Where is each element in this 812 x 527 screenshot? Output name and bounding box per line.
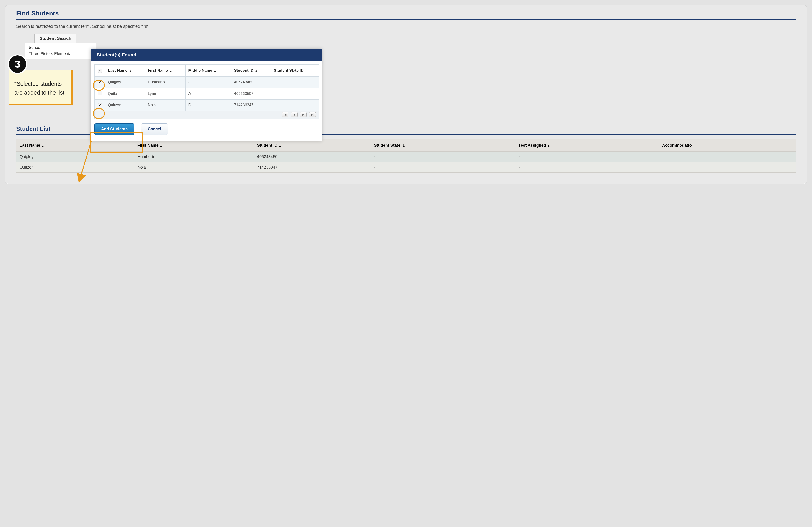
cell-middle-name: A xyxy=(186,88,231,100)
cell-accommodation xyxy=(659,162,796,172)
cell-test-assigned: - xyxy=(515,152,659,162)
page-title: Find Students xyxy=(16,5,796,20)
select-all-checkbox[interactable] xyxy=(98,69,102,73)
sort-asc-icon: ▲ xyxy=(160,144,162,147)
cell-first-name: Nola xyxy=(134,162,253,172)
cancel-button[interactable]: Cancel xyxy=(141,123,168,135)
cell-first-name: Humberto xyxy=(134,152,253,162)
col-first-name[interactable]: First Name ▲ xyxy=(134,139,253,152)
sort-asc-icon: ▲ xyxy=(41,144,44,147)
student-list-table: Last Name ▲ First Name ▲ Student ID ▲ St… xyxy=(16,139,796,172)
col-student-state-id[interactable]: Student State ID xyxy=(271,64,319,77)
cell-last-name: Quitzon xyxy=(16,162,134,172)
cell-student-state-id: - xyxy=(371,162,515,172)
cell-student-state-id xyxy=(271,100,319,111)
list-row[interactable]: Quigley Humberto 406243480 - - xyxy=(16,152,796,162)
col-test-assigned[interactable]: Test Assigned ▲ xyxy=(515,139,659,152)
row-checkbox[interactable] xyxy=(98,91,102,95)
list-header-row: Last Name ▲ First Name ▲ Student ID ▲ St… xyxy=(16,139,796,152)
step-badge: 3 xyxy=(8,54,27,74)
school-select-box: School Three Sisters Elementar xyxy=(25,43,96,59)
cell-student-id: 406243480 xyxy=(231,77,271,88)
modal-title: Student(s) Found xyxy=(91,49,322,61)
cell-last-name: Quigley xyxy=(105,77,145,88)
cell-student-id: 714236347 xyxy=(253,162,371,172)
tab-student-search[interactable]: Student Search xyxy=(34,34,76,43)
sort-asc-icon: ▲ xyxy=(279,144,281,147)
grid-row[interactable]: Quitzon Nola D 714236347 xyxy=(95,100,319,111)
sort-asc-icon: ▲ xyxy=(214,69,217,72)
school-label: School xyxy=(29,45,92,50)
cell-accommodation xyxy=(659,152,796,162)
cell-first-name: Lynn xyxy=(145,88,186,100)
pager-prev-icon[interactable]: ◀ xyxy=(291,112,298,117)
sort-asc-icon: ▲ xyxy=(547,144,550,147)
sort-asc-icon: ▲ xyxy=(129,69,132,72)
cell-student-state-id: - xyxy=(371,152,515,162)
col-student-id[interactable]: Student ID ▲ xyxy=(253,139,371,152)
row-checkbox[interactable] xyxy=(98,80,102,85)
grid-row[interactable]: Quile Lynn A 409330507 xyxy=(95,88,319,100)
search-subtext: Search is restricted to the current term… xyxy=(16,24,796,29)
sort-asc-icon: ▲ xyxy=(255,69,258,72)
pager: |◀ ◀ ▶ ▶| xyxy=(95,111,319,119)
cell-student-state-id xyxy=(271,77,319,88)
col-student-id[interactable]: Student ID ▲ xyxy=(231,64,271,77)
cell-student-state-id xyxy=(271,88,319,100)
cell-middle-name: D xyxy=(186,100,231,111)
add-students-button[interactable]: Add Students xyxy=(95,123,134,135)
cell-last-name: Quitzon xyxy=(105,100,145,111)
col-student-state-id[interactable]: Student State ID xyxy=(371,139,515,152)
grid-row[interactable]: Quigley Humberto J 406243480 xyxy=(95,77,319,88)
pager-first-icon[interactable]: |◀ xyxy=(281,112,288,117)
cell-first-name: Humberto xyxy=(145,77,186,88)
cell-middle-name: J xyxy=(186,77,231,88)
found-students-table: Last Name ▲ First Name ▲ Middle Name ▲ S… xyxy=(95,64,319,111)
col-accommodation[interactable]: Accommodatio xyxy=(659,139,796,152)
col-last-name[interactable]: Last Name ▲ xyxy=(105,64,145,77)
cell-first-name: Nola xyxy=(145,100,186,111)
cell-last-name: Quile xyxy=(105,88,145,100)
cell-student-id: 406243480 xyxy=(253,152,371,162)
school-value[interactable]: Three Sisters Elementar xyxy=(29,51,92,57)
sort-asc-icon: ▲ xyxy=(169,69,172,72)
grid-header-row: Last Name ▲ First Name ▲ Middle Name ▲ S… xyxy=(95,64,319,77)
cell-student-id: 714236347 xyxy=(231,100,271,111)
col-first-name[interactable]: First Name ▲ xyxy=(145,64,186,77)
col-last-name[interactable]: Last Name ▲ xyxy=(16,139,134,152)
pager-next-icon[interactable]: ▶ xyxy=(300,112,307,117)
cell-test-assigned: - xyxy=(515,162,659,172)
pager-last-icon[interactable]: ▶| xyxy=(309,112,316,117)
col-middle-name[interactable]: Middle Name ▲ xyxy=(186,64,231,77)
callout-note: *Selected students are added to the list xyxy=(9,70,73,105)
students-found-modal: Student(s) Found Last Name ▲ First Name … xyxy=(91,49,322,141)
cell-student-id: 409330507 xyxy=(231,88,271,100)
row-checkbox[interactable] xyxy=(98,103,102,107)
list-row[interactable]: Quitzon Nola 714236347 - - xyxy=(16,162,796,172)
cell-last-name: Quigley xyxy=(16,152,134,162)
